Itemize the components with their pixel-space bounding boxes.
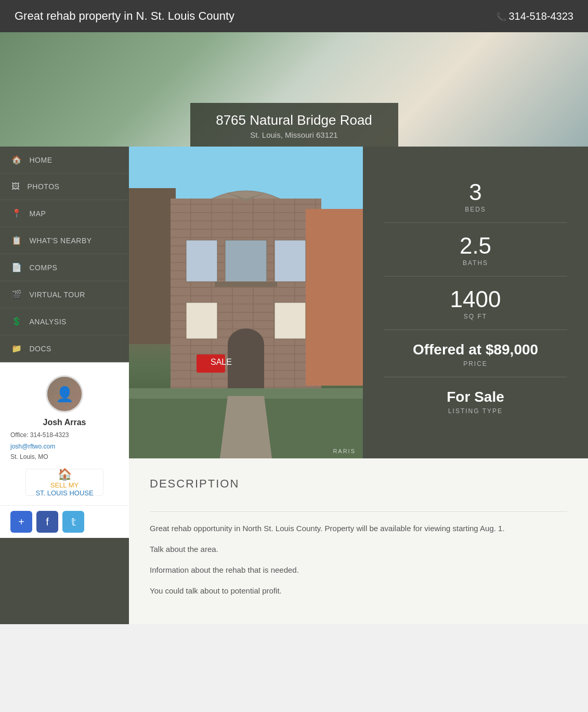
- analysis-icon: 💲: [11, 317, 22, 326]
- stat-sqft: 1400 SQ FT: [384, 288, 567, 330]
- svg-rect-15: [215, 282, 277, 287]
- svg-rect-13: [275, 240, 306, 282]
- baths-label: BATHS: [384, 259, 567, 267]
- svg-rect-12: [186, 240, 217, 282]
- photos-icon: 🖼: [11, 182, 20, 191]
- stat-price: Offered at $89,000 PRICE: [384, 341, 567, 377]
- agent-card: 👤 Josh Arras Office: 314-518-4323 josh@r…: [0, 362, 129, 505]
- content-area: SALE RARIS 3 BEDS 2.5 BATHS 1400 SQ FT: [129, 147, 588, 624]
- description-section: DESCRIPTION Great rehab opportunity in N…: [129, 458, 588, 624]
- svg-rect-2: [129, 188, 176, 344]
- beds-label: BEDS: [384, 206, 567, 213]
- sidebar-item-home[interactable]: 🏠 HOME: [0, 147, 129, 174]
- logo-sell-text: SELL MY: [35, 481, 93, 489]
- docs-icon: 📁: [11, 344, 22, 353]
- price-label: PRICE: [384, 360, 567, 367]
- agent-email[interactable]: josh@rftwo.com: [10, 443, 55, 450]
- listing-type-label: LISTING TYPE: [384, 407, 567, 415]
- main-layout: 🏠 HOME 🖼 PHOTOS 📍 MAP 📋 WHAT'S NEARBY 📄 …: [0, 147, 588, 624]
- agent-office-label: Office:: [10, 431, 28, 439]
- property-stats: 3 BEDS 2.5 BATHS 1400 SQ FT Offered at $…: [363, 147, 588, 458]
- agent-logo: 🏠 SELL MY ST. LOUIS HOUSE: [25, 469, 103, 496]
- header-phone[interactable]: 314-518-4323: [496, 10, 573, 22]
- svg-text:SALE: SALE: [211, 358, 232, 366]
- photo-watermark: RARIS: [333, 448, 356, 454]
- sidebar-item-photos[interactable]: 🖼 PHOTOS: [0, 174, 129, 200]
- property-building-image: SALE: [129, 147, 363, 458]
- stat-baths: 2.5 BATHS: [384, 234, 567, 276]
- stat-beds: 3 BEDS: [384, 181, 567, 223]
- hero-address-main: 8765 Natural Bridge Road: [211, 112, 377, 128]
- sqft-label: SQ FT: [384, 313, 567, 320]
- sidebar-item-whats-nearby[interactable]: 📋 WHAT'S NEARBY: [0, 227, 129, 254]
- property-main-section: SALE RARIS 3 BEDS 2.5 BATHS 1400 SQ FT: [129, 147, 588, 458]
- sidebar-item-home-label: HOME: [30, 156, 53, 164]
- home-icon: 🏠: [11, 155, 22, 165]
- description-para-2: Talk about the area.: [150, 543, 567, 556]
- description-para-3: Information about the rehab that is need…: [150, 564, 567, 576]
- agent-name: Josh Arras: [43, 418, 86, 427]
- social-icons-row: + f 𝕥: [0, 505, 129, 538]
- agent-avatar: 👤: [46, 375, 83, 413]
- sidebar-item-nearby-label: WHAT'S NEARBY: [30, 236, 92, 245]
- baths-value: 2.5: [384, 234, 567, 257]
- sidebar: 🏠 HOME 🖼 PHOTOS 📍 MAP 📋 WHAT'S NEARBY 📄 …: [0, 147, 129, 624]
- sidebar-item-virtual-tour-label: VIRTUAL TOUR: [30, 291, 85, 299]
- agent-office-info: Office: 314-518-4323: [10, 431, 119, 439]
- sidebar-item-analysis[interactable]: 💲 ANALYSIS: [0, 308, 129, 335]
- logo-stl-text: ST. LOUIS HOUSE: [35, 489, 93, 497]
- svg-point-9: [228, 328, 264, 360]
- sidebar-item-analysis-label: ANALYSIS: [30, 318, 67, 326]
- property-photo: SALE RARIS: [129, 147, 363, 458]
- svg-rect-14: [225, 240, 267, 282]
- agent-email-row: josh@rftwo.com: [10, 443, 119, 450]
- stat-listing-type: For Sale LISTING TYPE: [384, 389, 567, 424]
- sidebar-item-photos-label: PHOTOS: [28, 182, 60, 191]
- map-icon: 📍: [11, 208, 22, 218]
- page-title: Great rehab property in N. St. Louis Cou…: [15, 9, 234, 23]
- twitter-button[interactable]: 𝕥: [62, 511, 84, 533]
- agent-location: St. Louis, MO: [10, 453, 119, 460]
- sidebar-item-map[interactable]: 📍 MAP: [0, 200, 129, 227]
- svg-rect-11: [275, 302, 306, 339]
- price-value: Offered at $89,000: [384, 341, 567, 358]
- comps-icon: 📄: [11, 262, 22, 272]
- hero-address-box: 8765 Natural Bridge Road St. Louis, Miss…: [190, 103, 398, 147]
- agent-phone[interactable]: 314-518-4323: [30, 431, 69, 439]
- nearby-icon: 📋: [11, 235, 22, 245]
- svg-rect-7: [306, 209, 363, 386]
- description-header: DESCRIPTION: [150, 477, 567, 491]
- sidebar-item-docs-label: DOCS: [30, 345, 51, 353]
- description-para-4: You could talk about to potential profit…: [150, 585, 567, 597]
- hero-address-sub: St. Louis, Missouri 63121: [211, 130, 377, 139]
- sidebar-item-docs[interactable]: 📁 DOCS: [0, 335, 129, 362]
- listing-type-value: For Sale: [384, 389, 567, 405]
- page-header: Great rehab property in N. St. Louis Cou…: [0, 0, 588, 32]
- description-para-1: Great rehab opportunity in North St. Lou…: [150, 522, 567, 535]
- description-divider: [150, 511, 567, 512]
- facebook-button[interactable]: f: [36, 511, 58, 533]
- beds-value: 3: [384, 181, 567, 204]
- sqft-value: 1400: [384, 288, 567, 311]
- property-photo-inner: SALE: [129, 147, 363, 458]
- virtual-tour-icon: 🎬: [11, 289, 22, 299]
- svg-rect-10: [186, 302, 217, 339]
- sidebar-item-virtual-tour[interactable]: 🎬 VIRTUAL TOUR: [0, 281, 129, 308]
- share-button[interactable]: +: [10, 511, 32, 533]
- description-triangle-decoration: [150, 495, 166, 503]
- sidebar-item-comps-label: COMPS: [30, 263, 58, 272]
- hero-section: 8765 Natural Bridge Road St. Louis, Miss…: [0, 32, 588, 147]
- sidebar-item-map-label: MAP: [30, 209, 46, 218]
- sidebar-item-comps[interactable]: 📄 COMPS: [0, 254, 129, 281]
